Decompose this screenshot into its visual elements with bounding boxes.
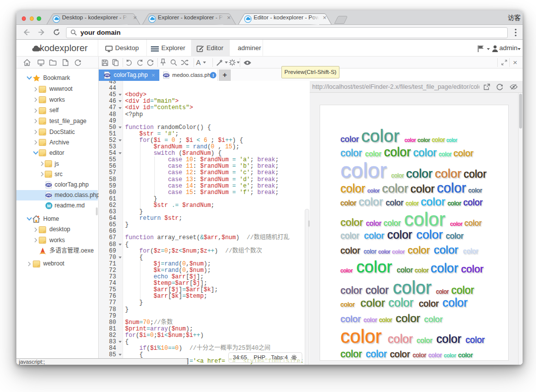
svg-text:!: ! — [212, 72, 214, 78]
svg-text:M: M — [47, 203, 51, 208]
svg-text:php: php — [46, 194, 51, 196]
svg-text:php: php — [164, 74, 169, 76]
svg-text:php: php — [46, 184, 51, 186]
svg-text:php: php — [105, 74, 110, 76]
